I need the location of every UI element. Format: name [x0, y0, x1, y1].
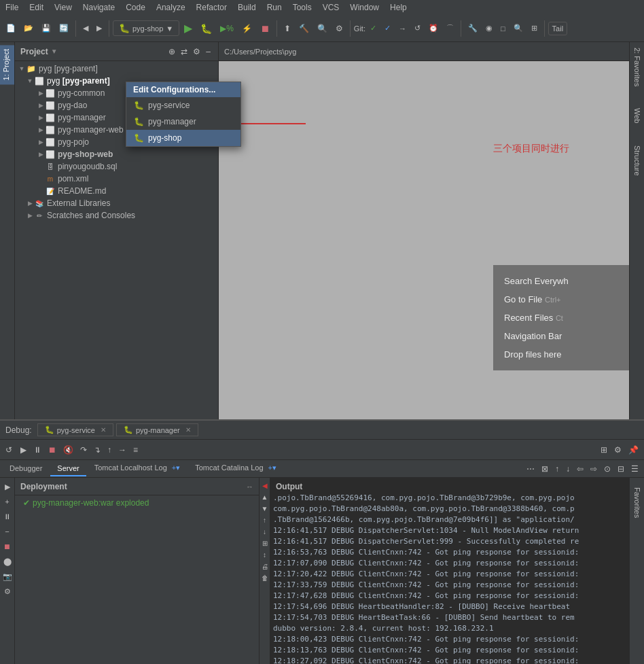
debug-layout-btn[interactable]: ⊞ [598, 444, 610, 456]
menu-navigate[interactable]: Navigate [77, 1, 120, 14]
menu-help[interactable]: Help [384, 1, 412, 14]
tree-item-pygshopweb[interactable]: ▶ ⬜ pyg-shop-web [15, 148, 218, 160]
git-branches-btn[interactable]: ⌒ [443, 21, 457, 35]
output-up2-icon[interactable]: ↑ [260, 515, 270, 525]
search-btn[interactable]: 🔍 [314, 22, 331, 35]
wrap-btn[interactable]: ⊠ [539, 463, 551, 475]
sub-tab-server[interactable]: Server [50, 461, 86, 476]
settings-btn[interactable]: ⚙ [332, 22, 346, 35]
git-push-btn[interactable]: ✓ [381, 22, 394, 35]
debug-run-to-btn[interactable]: → [115, 444, 129, 456]
debug-restart-btn[interactable]: ↺ [3, 444, 15, 456]
output-trash-icon[interactable]: 🗑 [260, 573, 270, 582]
scroll2-btn[interactable]: ⇨ [588, 463, 600, 475]
dropdown-item-pygshop[interactable]: 🐛 pyg-shop [126, 130, 240, 146]
tree-item-scratches[interactable]: ▶ ✏ Scratches and Consoles [15, 209, 218, 222]
tomcat-catalina-add-icon[interactable]: +▾ [268, 464, 276, 472]
toolbar-forward-btn[interactable]: ▶ [93, 22, 105, 35]
git-more-btn[interactable]: → [395, 22, 410, 35]
output-filter2-icon[interactable]: ⊞ [260, 538, 270, 548]
debug-step-over-btn[interactable]: ↷ [77, 444, 90, 456]
deployment-item-row[interactable]: ✔ pyg-manager-web:war exploded [15, 495, 259, 510]
sub-tab-debugger[interactable]: Debugger [3, 461, 49, 476]
tab-favorites-bottom[interactable]: Favorites [631, 485, 643, 521]
debug-record-icon[interactable]: ⬤ [1, 555, 14, 567]
list-btn[interactable]: ☰ [628, 463, 641, 475]
project-sync-btn[interactable]: ⇄ [179, 46, 190, 57]
table-btn[interactable]: ⊟ [615, 463, 627, 475]
dropdown-item-pygservice[interactable]: 🐛 pyg-service [126, 97, 240, 113]
toolbar-back-btn[interactable]: ◀ [79, 22, 92, 35]
menu-view[interactable]: View [49, 1, 77, 14]
vcs-search-btn[interactable]: ◉ [482, 22, 496, 35]
editor-canvas[interactable]: Search Everywh Go to File Ctrl+ Recent F… [219, 61, 629, 419]
rebuild-btn[interactable]: 🔨 [296, 22, 312, 35]
clear-btn[interactable]: ↓ [563, 463, 573, 475]
sub-tab-tomcat-localhost[interactable]: Tomcat Localhost Log +▾ [88, 461, 187, 476]
debug-add-icon[interactable]: + [1, 495, 14, 508]
tree-item-extlibs[interactable]: ▶ 📚 External Libraries [15, 197, 218, 209]
menu-edit[interactable]: Edit [24, 1, 49, 14]
tree-item-sqlfile[interactable]: 🗄 pinyougoudb.sql [15, 160, 218, 173]
tab-project[interactable]: 1: Project [0, 45, 14, 84]
wrench-btn[interactable]: 🔧 [465, 22, 481, 35]
tab-structure[interactable]: Structure [631, 143, 643, 179]
run-config-dropdown[interactable]: 🐛 pyg-shop ▼ [113, 20, 179, 36]
git-update-btn[interactable]: ✓ [367, 22, 380, 35]
menu-refactor[interactable]: Refactor [191, 1, 232, 14]
git-history-btn[interactable]: ⏰ [425, 22, 442, 35]
debug-btn[interactable]: 🐛 [197, 21, 215, 36]
tail-btn[interactable]: Tail [548, 22, 568, 35]
output-up-icon[interactable]: ▲ [260, 492, 270, 502]
go-to-file-item[interactable]: Go to File Ctrl+ [493, 290, 629, 309]
profile-btn[interactable]: ⚡ [238, 22, 255, 35]
debug-step-into-btn[interactable]: ↴ [91, 444, 103, 456]
debug-pause-btn[interactable]: ⏸ [31, 444, 44, 456]
output-print-icon[interactable]: 🖨 [260, 561, 270, 571]
pin-tab-btn[interactable]: ⊙ [601, 463, 613, 475]
debug-stop2-icon[interactable]: ⏹ [1, 540, 14, 553]
dropdown-header[interactable]: Edit Configurations... [126, 82, 240, 97]
output-down-icon[interactable]: ▼ [260, 504, 270, 513]
drop-files-item[interactable]: Drop files here [493, 345, 629, 364]
search-everywhere-item[interactable]: Search Everywh [493, 272, 629, 290]
deployment-expand-btn[interactable]: ↔ [246, 483, 253, 491]
tree-item-pomxml[interactable]: m pom.xml [15, 173, 218, 185]
sub-tab-tomcat-catalina[interactable]: Tomcat Catalina Log +▾ [188, 461, 283, 476]
scroll-btn[interactable]: ⇦ [574, 463, 586, 475]
run-btn[interactable]: ▶ [181, 20, 196, 37]
git-revert-btn[interactable]: ↺ [411, 22, 424, 35]
menu-run[interactable]: Run [262, 1, 287, 14]
project-settings-btn[interactable]: ⚙ [191, 46, 202, 57]
export-btn[interactable]: ↑ [552, 463, 562, 475]
layout-btn[interactable]: ⊞ [528, 22, 541, 35]
debug-evaluate-btn[interactable]: ≡ [130, 444, 141, 456]
debug-play-icon[interactable]: ▶ [1, 480, 14, 493]
terminal-btn[interactable]: □ [497, 22, 509, 35]
toolbar-open-btn[interactable]: 📂 [20, 22, 37, 35]
menu-vcs[interactable]: VCS [317, 1, 345, 14]
output-down2-icon[interactable]: ↓ [260, 527, 270, 536]
debug-tab-pygservice-close[interactable]: ✕ [101, 426, 106, 434]
debug-settings2-btn[interactable]: ⚙ [611, 444, 624, 456]
debug-pause2-icon[interactable]: ⏸ [1, 510, 14, 523]
navigation-bar-item[interactable]: Navigation Bar [493, 327, 629, 345]
menu-analyze[interactable]: Analyze [151, 1, 191, 14]
debug-pin-btn[interactable]: 📌 [626, 444, 641, 456]
debug-camera-icon[interactable]: 📷 [1, 570, 14, 582]
tree-root-pyg[interactable]: ▼ 📁 pyg [pyg-parent] [15, 63, 218, 75]
menu-code[interactable]: Code [120, 1, 151, 14]
output-wrap2-icon[interactable]: ↕ [260, 550, 270, 559]
project-minimize-btn[interactable]: – [204, 46, 213, 57]
tab-web[interactable]: Web [631, 105, 643, 126]
debug-minus-icon[interactable]: − [1, 525, 14, 538]
tomcat-localhost-add-icon[interactable]: +▾ [172, 464, 180, 472]
stop-btn[interactable]: ⏹ [257, 21, 273, 36]
toolbar-save-btn[interactable]: 💾 [38, 22, 54, 35]
menu-window[interactable]: Window [344, 1, 384, 14]
menu-build[interactable]: Build [232, 1, 262, 14]
debug-stop-btn[interactable]: ⏹ [46, 444, 59, 456]
debug-tab-pygmanager-close[interactable]: ✕ [185, 426, 191, 434]
debug-settings3-icon[interactable]: ⚙ [1, 585, 14, 597]
toolbar-new-btn[interactable]: 📄 [3, 22, 19, 35]
